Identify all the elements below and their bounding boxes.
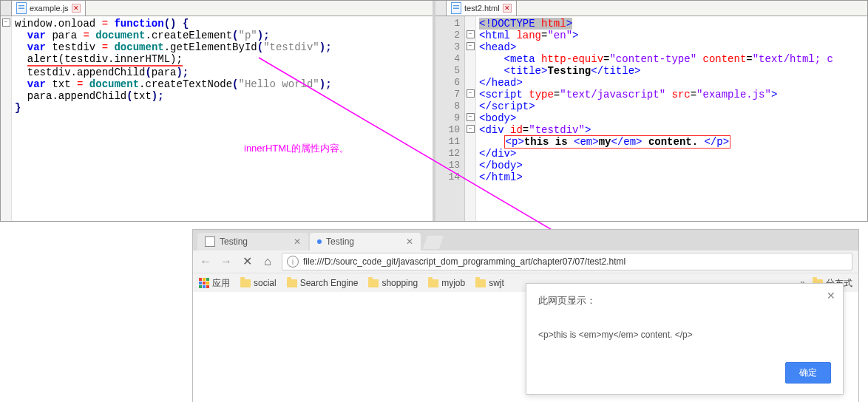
dialog-message: <p>this is <em>my</em> content. </p> <box>538 330 831 340</box>
underlined-alert-line: alert(testdiv.innerHTML); <box>27 53 183 67</box>
stop-icon[interactable]: ✕ <box>240 256 254 268</box>
js-code[interactable]: window.onload = function() { var para = … <box>12 16 433 221</box>
fold-column: − − − − − <box>465 16 476 221</box>
browser-tabstrip: Testing ✕ Testing ✕ <box>193 230 858 251</box>
dialog-title: 此网页显示： <box>538 294 831 307</box>
alert-dialog: ✕ 此网页显示： <p>this is <em>my</em> content.… <box>526 283 844 395</box>
fold-minus-icon[interactable]: − <box>467 125 475 133</box>
folder-icon <box>475 279 486 287</box>
favicon-icon <box>205 236 215 247</box>
close-icon[interactable]: ✕ <box>406 236 413 247</box>
html-code[interactable]: <!DOCTYPE html> <html lang="en"> <head> … <box>476 16 867 221</box>
tab-gutter <box>1 1 12 16</box>
fold-minus-icon[interactable]: − <box>467 30 475 38</box>
fold-column: − <box>1 16 12 221</box>
bookmark-folder[interactable]: swjt <box>475 278 504 288</box>
left-editor-pane: example.js ✕ − window.onload = function(… <box>1 1 433 221</box>
browser-tab-2[interactable]: Testing ✕ <box>310 233 421 251</box>
bookmark-folder[interactable]: shopping <box>368 278 418 288</box>
info-icon[interactable]: i <box>287 256 299 268</box>
apps-button[interactable]: 应用 <box>199 277 230 290</box>
ok-button[interactable]: 确定 <box>785 362 831 384</box>
fold-minus-icon[interactable]: − <box>467 113 475 121</box>
dialog-close-icon[interactable]: ✕ <box>827 290 835 302</box>
folder-icon <box>428 279 438 287</box>
right-editor[interactable]: 1234567891011121314 − − − − − <!DOCTYPE … <box>435 16 867 221</box>
folder-icon <box>368 279 379 287</box>
bookmark-folder[interactable]: social <box>240 278 277 288</box>
highlighted-html-line: <p>this is <em>my</em> content. </p> <box>504 135 731 149</box>
line-number-gutter: 1234567891011121314 <box>435 16 465 221</box>
folder-icon <box>240 279 251 287</box>
back-icon[interactable]: ← <box>199 256 212 268</box>
fold-minus-icon[interactable]: − <box>2 18 10 27</box>
forward-icon[interactable]: → <box>220 256 233 268</box>
home-icon[interactable]: ⌂ <box>261 256 274 268</box>
right-editor-pane: test2.html ✕ 1234567891011121314 − − − −… <box>433 1 867 221</box>
close-icon[interactable]: ✕ <box>294 236 301 247</box>
apps-grid-icon <box>199 278 209 288</box>
loading-dot-icon <box>317 239 322 244</box>
folder-icon <box>287 279 297 287</box>
browser-window: Testing ✕ Testing ✕ ← → ✕ ⌂ i file:///D:… <box>192 229 859 402</box>
browser-tab-title: Testing <box>326 236 401 247</box>
new-tab-button[interactable] <box>423 236 444 249</box>
browser-tab-1[interactable]: Testing ✕ <box>197 233 308 251</box>
apps-label: 应用 <box>212 277 230 290</box>
file-icon <box>451 2 461 14</box>
tab-label: test2.html <box>464 4 500 13</box>
bookmark-folder[interactable]: Search Engine <box>287 278 359 288</box>
left-editor[interactable]: − window.onload = function() { var para … <box>1 16 433 221</box>
close-icon[interactable]: ✕ <box>72 4 81 13</box>
browser-tab-title: Testing <box>220 236 289 247</box>
tab-example-js[interactable]: example.js ✕ <box>12 1 86 16</box>
tab-label: example.js <box>30 4 69 13</box>
close-icon[interactable]: ✕ <box>503 4 512 13</box>
bookmark-folder[interactable]: myjob <box>428 278 465 288</box>
fold-minus-icon[interactable]: − <box>467 89 475 98</box>
dialog-actions: 确定 <box>538 362 831 384</box>
left-tabstrip: example.js ✕ <box>1 1 433 16</box>
url-text: file:///D:/sourc_code_git/javascript_dom… <box>303 256 625 267</box>
url-input[interactable]: i file:///D:/sourc_code_git/javascript_d… <box>282 253 852 270</box>
file-icon <box>16 2 27 14</box>
right-tabstrip: test2.html ✕ <box>435 1 867 16</box>
fold-minus-icon[interactable]: − <box>467 42 475 50</box>
editor-split: example.js ✕ − window.onload = function(… <box>0 0 868 222</box>
tab-gutter <box>435 1 447 16</box>
address-bar: ← → ✕ ⌂ i file:///D:/sourc_code_git/java… <box>193 251 858 273</box>
tab-test2-html[interactable]: test2.html ✕ <box>447 1 517 16</box>
